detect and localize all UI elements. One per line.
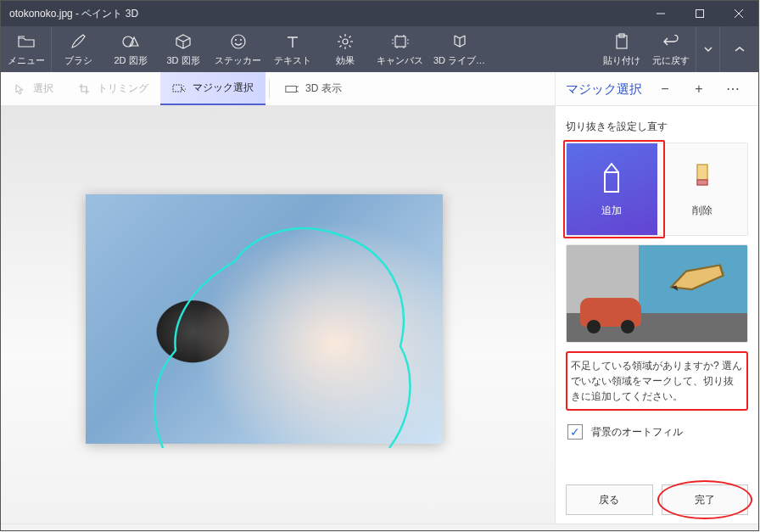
highlight-annotation bbox=[657, 480, 753, 519]
minimize-button[interactable] bbox=[641, 1, 680, 26]
canvas-area[interactable] bbox=[1, 106, 555, 524]
svg-rect-23 bbox=[697, 180, 707, 185]
close-button[interactable] bbox=[719, 1, 758, 26]
svg-line-13 bbox=[340, 36, 342, 37]
menu-label: メニュー bbox=[8, 54, 45, 67]
tool-label: ブラシ bbox=[64, 54, 92, 67]
tool-label: 貼り付け bbox=[603, 54, 640, 67]
done-button[interactable]: 完了 bbox=[662, 484, 749, 515]
tool-paste[interactable]: 貼り付け bbox=[597, 26, 646, 72]
cursor-icon bbox=[13, 82, 26, 96]
subbar-label: 3D 表示 bbox=[305, 81, 342, 96]
button-label: 戻る bbox=[599, 493, 619, 507]
select-tool[interactable]: 選択 bbox=[1, 72, 65, 105]
svg-point-6 bbox=[235, 39, 237, 41]
tool-2d-shapes[interactable]: 2D 図形 bbox=[104, 26, 157, 72]
subbar-label: トリミング bbox=[98, 81, 148, 96]
shapes-3d-icon bbox=[175, 32, 192, 51]
titlebar: otokonoko.jpg - ペイント 3D bbox=[1, 1, 758, 26]
tool-label: ステッカー bbox=[215, 54, 261, 67]
maximize-button[interactable] bbox=[680, 1, 719, 26]
remove-tool[interactable]: 削除 bbox=[657, 143, 748, 235]
panel-title-region: マジック選択 bbox=[555, 72, 758, 106]
undo-icon bbox=[662, 32, 679, 51]
undo-dropdown[interactable] bbox=[696, 26, 719, 72]
tool-label: キャンバス bbox=[377, 54, 423, 67]
svg-rect-1 bbox=[696, 10, 704, 18]
crop-tool[interactable]: トリミング bbox=[65, 72, 160, 105]
tool-text[interactable]: テキスト bbox=[266, 26, 319, 72]
folder-icon bbox=[18, 32, 35, 51]
collapse-ribbon-button[interactable] bbox=[719, 26, 758, 72]
preview-illustration bbox=[566, 244, 748, 343]
effects-icon bbox=[337, 32, 354, 51]
tool-label: 効果 bbox=[336, 54, 355, 67]
side-panel: 切り抜きを設定し直す 追加 削除 bbox=[555, 106, 758, 524]
highlight-annotation bbox=[563, 140, 665, 238]
svg-rect-17 bbox=[395, 36, 405, 47]
shapes-2d-icon bbox=[121, 32, 140, 51]
magic-select-tool[interactable]: マジック選択 bbox=[160, 72, 265, 105]
svg-point-7 bbox=[240, 39, 242, 41]
canvas-image[interactable] bbox=[86, 194, 443, 444]
svg-line-15 bbox=[349, 36, 351, 37]
content-area: 切り抜きを設定し直す 追加 削除 bbox=[1, 106, 758, 524]
tool-label: 2D 図形 bbox=[114, 54, 147, 67]
help-text: 不足している領域がありますか? 選んでいない領域をマークして、切り抜きに追加して… bbox=[566, 351, 748, 411]
menu-button[interactable]: メニュー bbox=[1, 26, 52, 72]
svg-line-16 bbox=[340, 45, 342, 47]
tool-stickers[interactable]: ステッカー bbox=[210, 26, 266, 72]
svg-rect-20 bbox=[173, 85, 182, 92]
tool-label: テキスト bbox=[274, 54, 311, 67]
svg-point-8 bbox=[343, 39, 348, 44]
subbar-label: 選択 bbox=[33, 81, 53, 96]
brush-icon bbox=[70, 32, 87, 51]
text-icon bbox=[285, 32, 300, 51]
tool-label: 3D ライブ… bbox=[433, 54, 485, 67]
status-bar bbox=[1, 524, 758, 530]
sub-toolbar: 選択 トリミング マジック選択 3D 表示 − + ⋯ マジック bbox=[1, 72, 758, 106]
autofill-label: 背景のオートフィル bbox=[591, 425, 683, 440]
tool-undo[interactable]: 元に戻す bbox=[646, 26, 696, 72]
tool-tile-label: 削除 bbox=[692, 204, 712, 218]
tool-3d-library[interactable]: 3D ライブ… bbox=[428, 26, 490, 72]
view-3d-toggle[interactable]: 3D 表示 bbox=[273, 72, 354, 105]
tool-label: 3D 図形 bbox=[166, 54, 199, 67]
sticker-icon bbox=[230, 32, 247, 51]
back-button[interactable]: 戻る bbox=[566, 484, 653, 515]
autofill-checkbox-row[interactable]: ✓ 背景のオートフィル bbox=[566, 419, 748, 445]
tool-label: 元に戻す bbox=[652, 54, 690, 67]
paste-icon bbox=[614, 32, 629, 51]
library-icon bbox=[451, 32, 468, 51]
svg-line-14 bbox=[349, 45, 351, 47]
app-window: otokonoko.jpg - ペイント 3D メニュー ブラシ bbox=[0, 0, 759, 531]
eraser-icon bbox=[691, 161, 713, 195]
svg-rect-22 bbox=[697, 165, 707, 180]
magic-select-icon bbox=[172, 81, 186, 95]
tool-3d-shapes[interactable]: 3D 図形 bbox=[157, 26, 210, 72]
canvas-icon bbox=[392, 32, 409, 51]
autofill-checkbox[interactable]: ✓ bbox=[567, 424, 583, 440]
window-title: otokonoko.jpg - ペイント 3D bbox=[1, 7, 641, 21]
crop-icon bbox=[77, 82, 91, 96]
subbar-label: マジック選択 bbox=[193, 81, 254, 95]
svg-rect-21 bbox=[286, 86, 296, 92]
refine-label: 切り抜きを設定し直す bbox=[566, 120, 748, 134]
tool-brushes[interactable]: ブラシ bbox=[52, 26, 104, 72]
ribbon: メニュー ブラシ 2D 図形 3D 図形 ステッカー bbox=[1, 26, 758, 72]
pencil-overlay-icon bbox=[658, 244, 736, 318]
view-3d-icon bbox=[285, 82, 299, 96]
tool-effects[interactable]: 効果 bbox=[319, 26, 372, 72]
panel-title: マジック選択 bbox=[566, 81, 642, 98]
svg-point-5 bbox=[232, 35, 245, 48]
tool-canvas[interactable]: キャンバス bbox=[372, 26, 428, 72]
